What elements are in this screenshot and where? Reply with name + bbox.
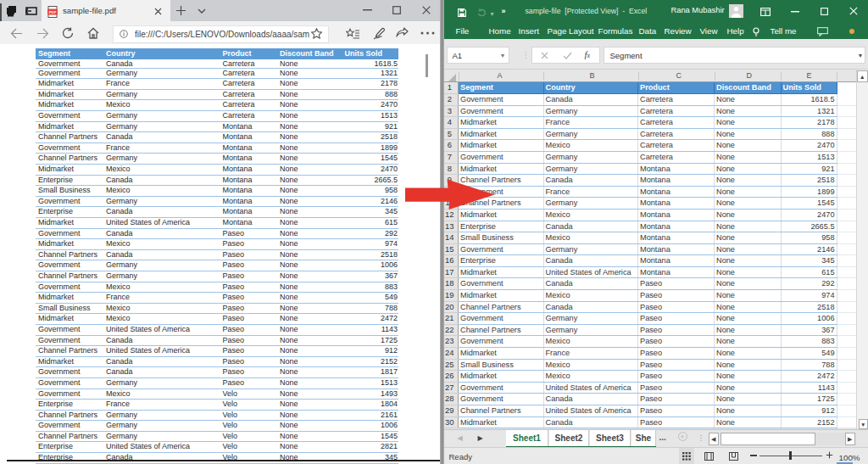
svg-text:PDF: PDF [49, 10, 57, 14]
